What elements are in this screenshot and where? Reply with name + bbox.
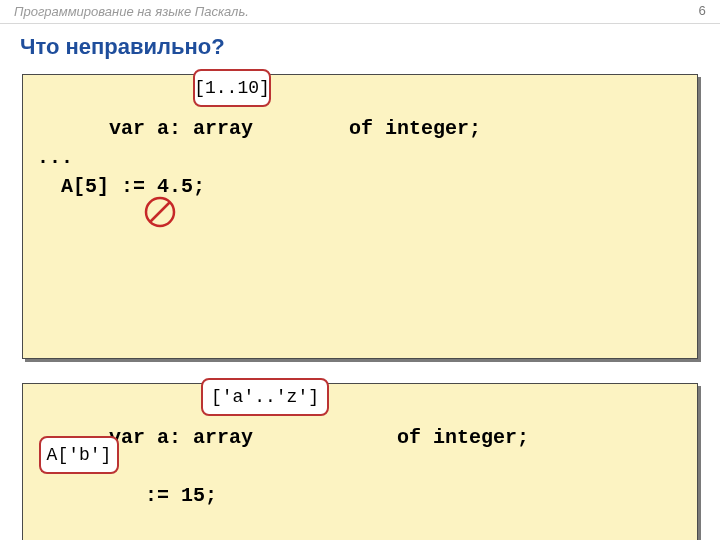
- callout-index-2-text: A['b']: [47, 446, 112, 465]
- callout-range-2-text: ['a'..'z']: [211, 388, 319, 407]
- code-block-2: var a: array of integer; ... := 15; ['a'…: [22, 383, 698, 540]
- svg-line-1: [150, 202, 170, 222]
- cross-icon: [143, 137, 177, 171]
- callout-index-2: A['b']: [39, 436, 119, 474]
- page-number: 6: [698, 4, 706, 19]
- header-bar: Программирование на языке Паскаль. 6: [0, 0, 720, 24]
- callout-range-2: ['a'..'z']: [201, 378, 329, 416]
- callout-range-1: [1..10]: [193, 69, 271, 107]
- callout-range-1-text: [1..10]: [194, 79, 270, 98]
- header-subject: Программирование на языке Паскаль.: [14, 4, 698, 19]
- code-block-1: var a: array of integer; ... A[5] := 4.5…: [22, 74, 698, 359]
- slide-title: Что неправильно?: [0, 24, 720, 74]
- code-text-1: var a: array of integer; ... A[5] := 4.5…: [37, 117, 481, 198]
- svg-point-0: [146, 198, 174, 226]
